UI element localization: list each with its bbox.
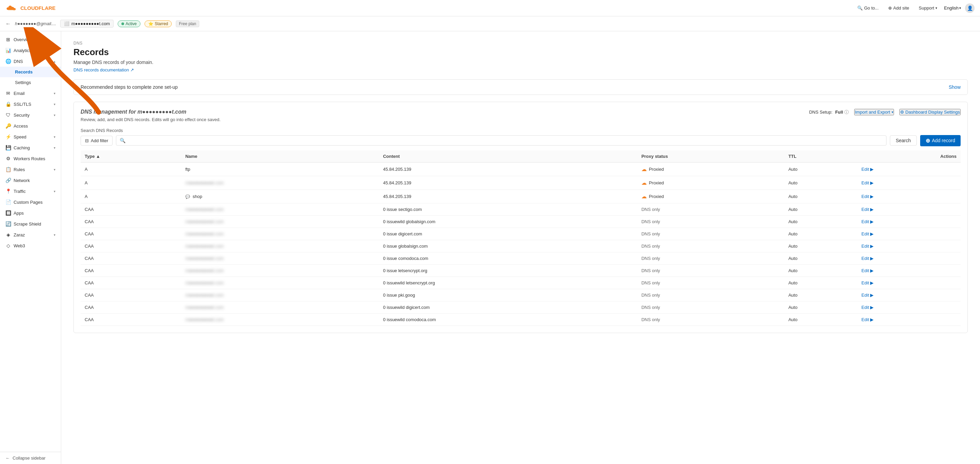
search-button[interactable]: Search bbox=[890, 136, 916, 146]
edit-link[interactable]: Edit ▶ bbox=[861, 293, 956, 298]
domain-name: m●●●●●●●●●t.com bbox=[72, 21, 110, 26]
search-input[interactable] bbox=[127, 138, 883, 143]
cell-content: 45.84.205.139 bbox=[379, 190, 637, 203]
cell-type: CAA bbox=[81, 215, 181, 228]
user-avatar[interactable]: 👤 bbox=[965, 3, 975, 13]
cell-actions: Edit ▶ bbox=[857, 264, 961, 277]
cell-content: 0 issue comodoca.com bbox=[379, 252, 637, 264]
cell-proxy: DNS only bbox=[637, 228, 784, 240]
cell-proxy: DNS only bbox=[637, 264, 784, 277]
cell-proxy: ☁Proxied bbox=[637, 162, 784, 176]
table-row: CAA m●●●●●●●●●t.com 0 issue globalsign.c… bbox=[81, 240, 961, 252]
sidebar-item-analytics[interactable]: 📊 Analytics & Logs ▾ bbox=[0, 45, 61, 56]
dns-docs-link[interactable]: DNS records documentation ↗ bbox=[73, 67, 134, 72]
dns-mgmt-actions: DNS Setup: Full ⓘ Import and Export ▾ ⚙ … bbox=[809, 109, 961, 115]
cell-content: 0 issue globalsign.com bbox=[379, 240, 637, 252]
sidebar-item-custom-pages[interactable]: 📄 Custom Pages bbox=[0, 197, 61, 207]
edit-link[interactable]: Edit ▶ bbox=[861, 317, 956, 322]
info-icon[interactable]: ⓘ bbox=[844, 109, 849, 115]
cell-name: m●●●●●●●●●t.com bbox=[181, 228, 379, 240]
rules-icon: 📋 bbox=[5, 167, 11, 172]
edit-link[interactable]: Edit ▶ bbox=[861, 268, 956, 273]
page-title: Records bbox=[73, 47, 968, 57]
sidebar-item-rules[interactable]: 📋 Rules ▾ bbox=[0, 164, 61, 175]
dashboard-settings-button[interactable]: ⚙ Dashboard Display Settings bbox=[899, 109, 961, 115]
cell-actions: Edit ▶ bbox=[857, 190, 961, 203]
sidebar-item-web3[interactable]: ◇ Web3 bbox=[0, 240, 61, 251]
goto-button[interactable]: 🔍 Go to... bbox=[854, 4, 881, 12]
search-icon: 🔍 bbox=[857, 5, 863, 11]
add-record-button[interactable]: ⊕ Add record bbox=[920, 135, 961, 146]
comment-icon: 💬 bbox=[185, 195, 190, 199]
chevron-down-icon: ▾ bbox=[54, 190, 56, 193]
cell-actions: Edit ▶ bbox=[857, 162, 961, 176]
setup-banner: Recommended steps to complete zone set-u… bbox=[73, 79, 968, 95]
sidebar-item-apps[interactable]: 🔲 Apps bbox=[0, 207, 61, 218]
language-selector[interactable]: English ▾ bbox=[944, 5, 961, 11]
add-filter-button[interactable]: ⊟ Add filter bbox=[81, 136, 113, 146]
chevron-down-icon: ▾ bbox=[54, 168, 56, 171]
sidebar-item-records[interactable]: Records bbox=[0, 67, 61, 77]
cell-type: A bbox=[81, 162, 181, 176]
sidebar-item-access[interactable]: 🔑 Access bbox=[0, 120, 61, 131]
sidebar-item-scrape-shield[interactable]: 🔄 Scrape Shield bbox=[0, 218, 61, 229]
cell-type: CAA bbox=[81, 301, 181, 313]
sidebar: ⊞ Overview 📊 Analytics & Logs ▾ 🌐 DNS ▴ … bbox=[0, 31, 61, 464]
cell-type: CAA bbox=[81, 252, 181, 264]
support-button[interactable]: Support ▾ bbox=[916, 4, 940, 12]
cell-name: m●●●●●●●●●t.com bbox=[181, 240, 379, 252]
dns-icon: 🌐 bbox=[5, 59, 11, 64]
table-row: CAA m●●●●●●●●●t.com 0 issue digicert.com… bbox=[81, 228, 961, 240]
starred-badge[interactable]: ⭐ Starred bbox=[145, 21, 172, 27]
sidebar-item-overview[interactable]: ⊞ Overview bbox=[0, 34, 61, 45]
sidebar-item-speed[interactable]: ⚡ Speed ▾ bbox=[0, 131, 61, 142]
dns-records-table: Type ▲ Name Content Proxy status TTL Act… bbox=[81, 150, 961, 326]
access-icon: 🔑 bbox=[5, 123, 11, 129]
cell-actions: Edit ▶ bbox=[857, 277, 961, 289]
chevron-up-icon: ▴ bbox=[54, 59, 56, 63]
search-label: Search DNS Records bbox=[81, 128, 961, 133]
sidebar-item-caching[interactable]: 💾 Caching ▾ bbox=[0, 142, 61, 153]
sidebar-item-security[interactable]: 🛡 Security ▾ bbox=[0, 110, 61, 120]
overview-icon: ⊞ bbox=[5, 37, 11, 42]
domain-pill[interactable]: ⬜ m●●●●●●●●●t.com bbox=[60, 20, 114, 27]
chevron-down-icon: ▾ bbox=[54, 233, 56, 237]
edit-link[interactable]: Edit ▶ bbox=[861, 207, 956, 212]
back-button[interactable]: ← bbox=[5, 21, 11, 27]
edit-link[interactable]: Edit ▶ bbox=[861, 231, 956, 236]
import-export-button[interactable]: Import and Export ▾ bbox=[854, 109, 894, 115]
cell-ttl: Auto bbox=[784, 289, 857, 301]
analytics-icon: 📊 bbox=[5, 48, 11, 53]
sidebar-item-network[interactable]: 🔗 Network bbox=[0, 175, 61, 186]
edit-link[interactable]: Edit ▶ bbox=[861, 194, 956, 199]
search-input-wrap: 🔍 bbox=[116, 136, 886, 146]
collapse-sidebar-button[interactable]: ← Collapse sidebar bbox=[0, 452, 61, 464]
cloud-proxy-icon: ☁ bbox=[641, 180, 647, 186]
logo[interactable]: CLOUDFLARE bbox=[5, 5, 56, 12]
edit-link[interactable]: Edit ▶ bbox=[861, 219, 956, 224]
edit-link[interactable]: Edit ▶ bbox=[861, 167, 956, 172]
sidebar-item-dns[interactable]: 🌐 DNS ▴ bbox=[0, 56, 61, 67]
table-row: CAA m●●●●●●●●●t.com 0 issuewild comodoca… bbox=[81, 313, 961, 325]
edit-link[interactable]: Edit ▶ bbox=[861, 256, 956, 261]
col-type[interactable]: Type ▲ bbox=[81, 150, 181, 163]
cell-type: CAA bbox=[81, 264, 181, 277]
edit-link[interactable]: Edit ▶ bbox=[861, 244, 956, 249]
sidebar-item-dns-settings[interactable]: Settings bbox=[0, 77, 61, 88]
edit-link[interactable]: Edit ▶ bbox=[861, 180, 956, 185]
add-site-button[interactable]: ⊕ Add site bbox=[886, 4, 912, 12]
sidebar-item-workers-routes[interactable]: ⚙ Workers Routes bbox=[0, 153, 61, 164]
account-label: h●●●●●●●@gmail.... bbox=[15, 21, 56, 26]
sidebar-item-zaraz[interactable]: ◈ Zaraz ▾ bbox=[0, 229, 61, 240]
sidebar-item-email[interactable]: ✉ Email ▾ bbox=[0, 88, 61, 99]
cell-proxy: DNS only bbox=[637, 289, 784, 301]
edit-link[interactable]: Edit ▶ bbox=[861, 305, 956, 310]
cell-ttl: Auto bbox=[784, 176, 857, 190]
plan-badge: Free plan bbox=[176, 21, 199, 27]
cell-actions: Edit ▶ bbox=[857, 289, 961, 301]
sidebar-item-ssl-tls[interactable]: 🔒 SSL/TLS ▾ bbox=[0, 99, 61, 110]
edit-link[interactable]: Edit ▶ bbox=[861, 280, 956, 285]
setup-show-link[interactable]: Show bbox=[949, 85, 961, 90]
cell-type: CAA bbox=[81, 228, 181, 240]
sidebar-item-traffic[interactable]: 📍 Traffic ▾ bbox=[0, 186, 61, 197]
